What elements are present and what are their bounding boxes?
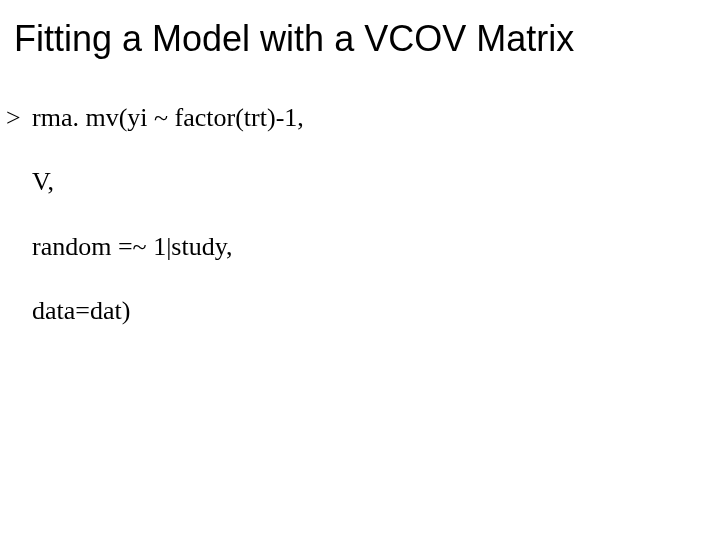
code-line-1: >rma. mv(yi ~ factor(trt)-1, [6, 100, 304, 136]
code-text-1: rma. mv(yi ~ factor(trt)-1, [32, 103, 304, 132]
slide-title: Fitting a Model with a VCOV Matrix [14, 18, 720, 60]
code-line-2: V, [6, 164, 304, 200]
code-text-2: V, [32, 167, 54, 196]
code-text-4: data=dat) [32, 296, 130, 325]
slide: Fitting a Model with a VCOV Matrix >rma.… [0, 0, 720, 540]
code-text-3: random =~ 1|study, [32, 232, 233, 261]
prompt-symbol: > [6, 100, 32, 136]
code-block: >rma. mv(yi ~ factor(trt)-1, V, random =… [6, 100, 304, 358]
code-line-4: data=dat) [6, 293, 304, 329]
code-line-3: random =~ 1|study, [6, 229, 304, 265]
